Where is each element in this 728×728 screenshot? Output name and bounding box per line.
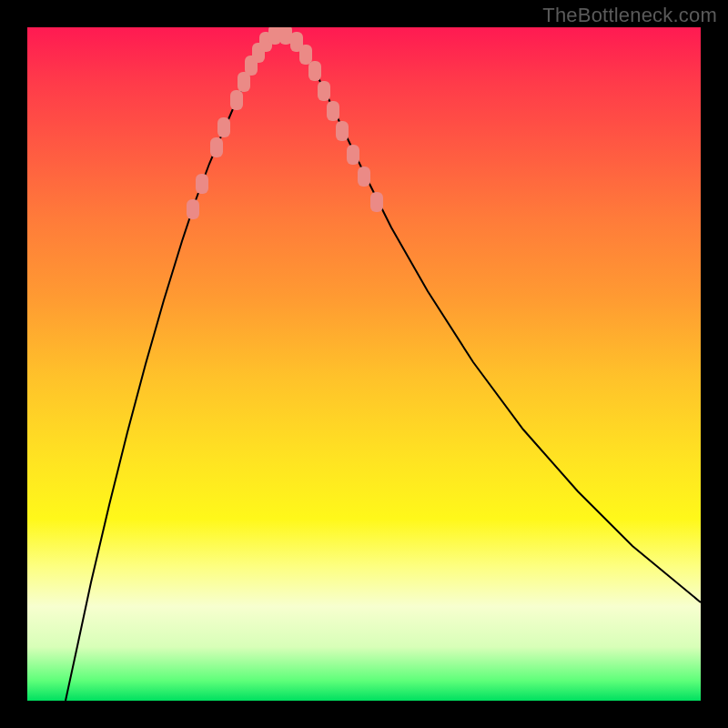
curves-svg	[27, 27, 701, 701]
bead	[358, 167, 370, 187]
left-curve	[66, 32, 280, 701]
bead	[336, 121, 349, 141]
chart-frame: TheBottleneck.com	[0, 0, 728, 728]
bead	[327, 101, 339, 121]
bead	[347, 145, 359, 165]
bead	[370, 192, 383, 212]
bead-group	[187, 27, 383, 219]
bead	[217, 117, 230, 137]
plot-area	[27, 27, 701, 701]
bead	[279, 27, 292, 45]
right-curve	[280, 32, 701, 602]
bead	[187, 199, 199, 219]
bead	[230, 90, 243, 110]
bead	[210, 137, 223, 157]
watermark-text: TheBottleneck.com	[542, 4, 717, 27]
bead	[268, 27, 281, 45]
bead	[318, 81, 330, 101]
bead	[299, 45, 312, 65]
bead	[308, 61, 321, 81]
bead	[196, 174, 208, 194]
